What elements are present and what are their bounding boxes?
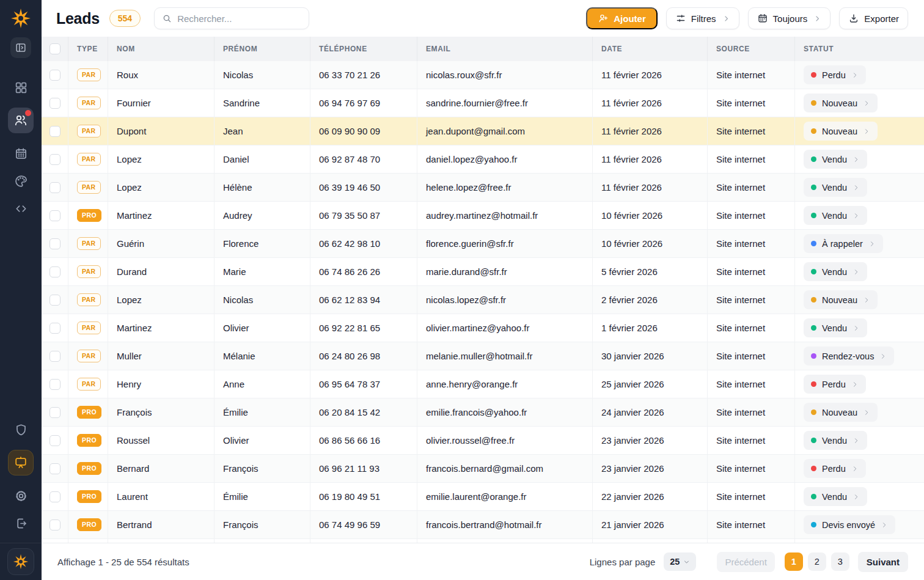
column-header-email: EMAIL [417, 37, 593, 61]
status-pill[interactable]: Vendu [804, 431, 867, 450]
row-checkbox[interactable] [50, 379, 61, 390]
table-row[interactable]: PAR Martinez Olivier 06 92 22 81 65 oliv… [42, 314, 924, 342]
status-pill[interactable]: Rendez-vous [804, 347, 894, 365]
cell-email: nicolas.roux@sfr.fr [417, 61, 593, 89]
previous-page-button[interactable]: Précédent [717, 552, 774, 572]
table-row[interactable]: PAR Dupont Jean 06 09 90 90 09 jean.dupo… [42, 117, 924, 145]
status-pill[interactable]: Devis envoyé [804, 515, 895, 534]
row-checkbox[interactable] [50, 407, 61, 418]
table-row[interactable]: PAR Durand Marie 06 74 86 26 26 marie.du… [42, 258, 924, 286]
row-checkbox[interactable] [50, 70, 61, 81]
row-checkbox[interactable] [50, 491, 61, 502]
table-row[interactable]: PAR Fournier Sandrine 06 94 76 97 69 san… [42, 89, 924, 117]
add-button[interactable]: Ajouter [586, 7, 658, 29]
main-content: Leads 554 Ajouter Filtres Toujours [42, 0, 924, 580]
status-pill[interactable]: Vendu [804, 487, 867, 506]
row-checkbox[interactable] [50, 126, 61, 137]
status-pill[interactable]: Vendu [804, 262, 867, 281]
cell-prenom: Jean [215, 117, 310, 145]
sidebar-item-dashboard[interactable] [13, 80, 28, 95]
pager: Lignes par page 25 Précédent 1 2 3 Suiva… [590, 552, 908, 572]
status-pill[interactable]: Perdu [804, 375, 866, 394]
table-row[interactable]: PRO Bernard François 06 96 21 11 93 fran… [42, 455, 924, 483]
status-pill[interactable]: Vendu [804, 318, 867, 337]
status-label: Nouveau [822, 408, 857, 417]
status-label: Vendu [822, 211, 847, 221]
cell-source: Site internet [708, 511, 795, 538]
table-row[interactable]: PAR Muller Mélanie 06 24 80 26 98 melani… [42, 342, 924, 370]
cell-prenom: Florence [215, 230, 310, 257]
row-checkbox[interactable] [50, 295, 61, 306]
chevron-right-icon [853, 184, 860, 191]
sidebar-item-leads[interactable] [8, 108, 34, 133]
row-checkbox[interactable] [50, 210, 61, 221]
sidebar [0, 0, 42, 580]
table-row[interactable]: PAR Henry Anne 06 95 64 78 37 anne.henry… [42, 370, 924, 398]
row-checkbox[interactable] [50, 182, 61, 193]
table-row[interactable]: PAR Lopez Nicolas 06 62 12 83 94 nicolas… [42, 286, 924, 314]
row-checkbox[interactable] [50, 519, 61, 530]
status-pill[interactable]: Nouveau [804, 94, 878, 112]
row-checkbox[interactable] [50, 435, 61, 446]
row-checkbox[interactable] [50, 351, 61, 362]
page-button-1[interactable]: 1 [785, 552, 803, 571]
cell-source: Site internet [708, 202, 795, 229]
status-pill[interactable]: Perdu [804, 65, 866, 84]
cell-email: emilie.laurent@orange.fr [417, 483, 593, 510]
filters-button[interactable]: Filtres [666, 7, 739, 29]
status-pill[interactable]: Vendu [804, 150, 867, 169]
status-pill[interactable]: Vendu [804, 206, 867, 225]
table-row[interactable]: PRO Roussel Olivier 06 86 56 66 16 olivi… [42, 427, 924, 455]
search-input[interactable] [177, 13, 309, 24]
cell-prenom: Anne [215, 370, 310, 398]
gear-icon [14, 489, 28, 503]
table-row[interactable]: PRO Bertrand François 06 74 49 96 59 fra… [42, 511, 924, 539]
status-pill[interactable]: Perdu [804, 459, 866, 478]
sidebar-item-logout[interactable] [13, 516, 28, 530]
cell-type: PAR [68, 286, 108, 314]
export-button[interactable]: Exporter [839, 7, 908, 29]
row-checkbox[interactable] [50, 98, 61, 109]
table-row[interactable]: PAR Lopez Hélène 06 39 19 46 50 helene.l… [42, 174, 924, 202]
sidebar-toggle-button[interactable] [10, 37, 31, 58]
cell-nom: Roux [108, 61, 215, 89]
sidebar-item-code[interactable] [13, 201, 28, 216]
leads-table: TYPE NOM PRÉNOM TÉLÉPHONE EMAIL DATE SOU… [42, 37, 924, 543]
page-button-2[interactable]: 2 [808, 552, 826, 571]
table-row[interactable]: PRO Martinez Audrey 06 79 35 50 87 audre… [42, 202, 924, 230]
page-button-3[interactable]: 3 [831, 552, 849, 571]
cell-email: sandrine.fournier@free.fr [417, 89, 593, 117]
status-pill[interactable]: À rappeler [804, 234, 883, 253]
sidebar-item-design[interactable] [13, 174, 28, 188]
date-filter-button[interactable]: Toujours [748, 7, 831, 29]
table-row[interactable]: PAR Roux Nicolas 06 33 70 21 26 nicolas.… [42, 61, 924, 89]
cell-email: nicolas.lopez@sfr.fr [417, 286, 593, 314]
sidebar-item-settings[interactable] [13, 488, 28, 503]
cell-prenom: Mélanie [215, 342, 310, 370]
cell-telephone: 06 62 12 83 94 [310, 286, 417, 314]
sidebar-item-security[interactable] [13, 422, 28, 437]
row-checkbox[interactable] [50, 463, 61, 474]
row-checkbox[interactable] [50, 238, 61, 249]
cell-telephone: 06 74 49 96 59 [310, 511, 417, 538]
cell-date: 1 février 2026 [593, 314, 708, 342]
row-checkbox[interactable] [50, 154, 61, 165]
row-checkbox[interactable] [50, 266, 61, 277]
cell-statut: Vendu [795, 258, 924, 285]
chevron-right-icon [853, 212, 860, 219]
table-row[interactable]: PRO Laurent Émilie 06 19 80 49 51 emilie… [42, 483, 924, 511]
status-pill[interactable]: Vendu [804, 178, 867, 197]
select-all-checkbox[interactable] [50, 43, 61, 54]
sidebar-item-marketing[interactable] [8, 450, 34, 475]
table-row[interactable]: PAR Guérin Florence 06 62 42 98 10 flore… [42, 230, 924, 258]
status-pill[interactable]: Nouveau [804, 122, 878, 141]
status-pill[interactable]: Nouveau [804, 290, 878, 309]
export-button-label: Exporter [864, 13, 899, 24]
rows-per-page-select[interactable]: 25 [664, 552, 696, 571]
table-row[interactable]: PAR Lopez Daniel 06 92 87 48 70 daniel.l… [42, 145, 924, 174]
sidebar-item-calendar[interactable] [13, 146, 28, 161]
row-checkbox[interactable] [50, 323, 61, 334]
next-page-button[interactable]: Suivant [858, 552, 908, 572]
table-row[interactable]: PRO François Émilie 06 20 84 15 42 emili… [42, 398, 924, 427]
status-pill[interactable]: Nouveau [804, 403, 878, 422]
